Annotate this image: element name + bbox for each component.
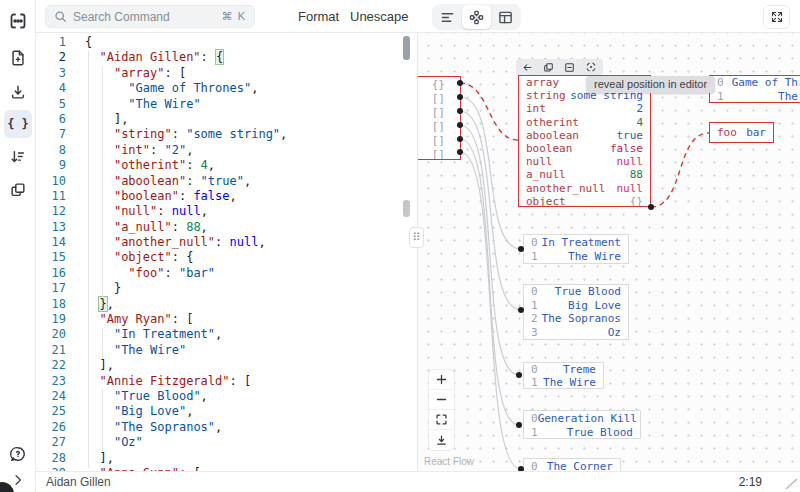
- code-line[interactable]: "boolean": false,: [85, 189, 403, 204]
- code-line[interactable]: "True Blood",: [85, 389, 403, 404]
- code-line[interactable]: ],: [85, 358, 403, 373]
- connection-handle[interactable]: [457, 136, 463, 142]
- search-input[interactable]: [73, 10, 216, 24]
- table-view-tab[interactable]: [491, 5, 520, 29]
- graph-node-array-node[interactable]: 0Game of Thrones1The Wire: [709, 75, 800, 103]
- code-line[interactable]: "The Sopranos",: [85, 420, 403, 435]
- code-line[interactable]: "Annie Fitzgerald": [: [85, 374, 403, 389]
- graph-edge: [460, 111, 521, 310]
- line-number: 1: [36, 35, 66, 50]
- download-image-button[interactable]: [429, 430, 454, 450]
- graph-node-corner-array[interactable]: 0The Corner1: [523, 458, 621, 471]
- cursor-position: 2:19: [739, 475, 762, 489]
- connection-handle[interactable]: [516, 422, 522, 428]
- code-line[interactable]: "The Wire": [85, 343, 403, 358]
- format-button[interactable]: Format: [298, 0, 339, 33]
- code-line[interactable]: "array": [: [85, 66, 403, 81]
- scrollbar-decoration[interactable]: [403, 200, 410, 217]
- line-number: 12: [36, 204, 66, 219]
- code-line[interactable]: "a_null": 88,: [85, 220, 403, 235]
- app-logo-icon[interactable]: [4, 7, 32, 35]
- code-line[interactable]: "object": {: [85, 250, 403, 265]
- focus-node-icon[interactable]: [585, 61, 597, 73]
- fullscreen-button[interactable]: [763, 5, 790, 29]
- zoom-out-button[interactable]: [429, 390, 454, 410]
- connection-handle[interactable]: [457, 94, 463, 100]
- json-view-icon[interactable]: { }: [4, 110, 32, 138]
- node-row: {}: [417, 77, 460, 91]
- duplicate-nodes-icon[interactable]: [4, 176, 32, 204]
- code-line[interactable]: ],: [85, 112, 403, 127]
- indent-guide: [102, 389, 103, 451]
- line-number: 21: [36, 343, 66, 358]
- sort-icon[interactable]: [4, 143, 32, 171]
- code-line[interactable]: "foo": "bar": [85, 266, 403, 281]
- fit-view-button[interactable]: [429, 410, 454, 430]
- graph-node-anna-gunn-array[interactable]: 0Treme1The Wire: [523, 362, 604, 389]
- list-view-tab[interactable]: [433, 5, 462, 29]
- code-line[interactable]: "aboolean": "true",: [85, 174, 403, 189]
- json-path-breadcrumb[interactable]: Aidan Gillen: [46, 475, 111, 489]
- json-editor[interactable]: 1234567891011121314151617181920212223242…: [36, 33, 417, 471]
- panel-resize-handle[interactable]: ⠿: [409, 227, 424, 248]
- code-line[interactable]: "null": null,: [85, 204, 403, 219]
- node-row: another_nullnull: [519, 182, 650, 195]
- graph-edge: [651, 133, 709, 207]
- node-row: 0Game of Thrones: [710, 76, 800, 90]
- zoom-controls: [428, 369, 455, 451]
- code-line[interactable]: "Aidan Gillen": {: [85, 50, 403, 65]
- connection-handle[interactable]: [648, 204, 654, 210]
- code-line[interactable]: "another_null": null,: [85, 235, 403, 250]
- search-command-box[interactable]: ⌘ K: [45, 5, 255, 28]
- connection-handle[interactable]: [457, 108, 463, 114]
- react-flow-attribution[interactable]: React Flow: [424, 456, 474, 467]
- line-number: 23: [36, 374, 66, 389]
- code-line[interactable]: "The Wire": [85, 97, 403, 112]
- code-line[interactable]: "Amy Ryan": [: [85, 312, 403, 327]
- code-line[interactable]: "Game of Thrones",: [85, 81, 403, 96]
- new-file-icon[interactable]: [4, 44, 32, 72]
- graph-node-annie-fitzgerald-array[interactable]: 0True Blood1Big Love2The Sopranos3Oz: [523, 284, 629, 340]
- tooltip: reveal position in editor: [586, 76, 715, 93]
- indent-guide: [88, 51, 89, 468]
- connection-handle[interactable]: [518, 307, 524, 313]
- collapse-node-icon[interactable]: [564, 62, 575, 73]
- connection-handle[interactable]: [457, 80, 463, 86]
- node-row: a_null88: [519, 168, 650, 181]
- graph-node-aidan-gillen-object[interactable]: arraystringsome stringint2otherint4abool…: [518, 75, 651, 207]
- feedback-icon[interactable]: [4, 440, 32, 468]
- unescape-button[interactable]: Unescape: [350, 0, 409, 33]
- graph-node-foo-bar[interactable]: foobar: [709, 122, 774, 143]
- scrollbar-thumb[interactable]: [403, 36, 410, 60]
- line-number: 17: [36, 281, 66, 296]
- download-icon[interactable]: [4, 78, 32, 106]
- connection-handle[interactable]: [518, 246, 524, 252]
- code-line[interactable]: },: [85, 297, 403, 312]
- app-window: { } ⌘ K: [0, 0, 800, 492]
- graph-node-amy-ryan-array[interactable]: 0In Treatment1The Wire: [523, 234, 629, 264]
- graph-node-root[interactable]: {}[][][]rd[][]: [417, 76, 461, 160]
- code-line[interactable]: "Big Love",: [85, 404, 403, 419]
- back-icon[interactable]: [522, 62, 533, 73]
- graph-view-tab[interactable]: [462, 5, 491, 29]
- node-row: 1The Wire: [524, 249, 628, 263]
- editor-gutter: 1234567891011121314151617181920212223242…: [36, 35, 66, 471]
- copy-icon[interactable]: [543, 62, 554, 73]
- code-line[interactable]: {: [85, 35, 403, 50]
- code-line[interactable]: "string": "some string",: [85, 127, 403, 142]
- node-row: int2: [519, 102, 650, 115]
- editor-code[interactable]: { "Aidan Gillen": { "array": [ "Game of …: [85, 35, 403, 471]
- code-line[interactable]: }: [85, 281, 403, 296]
- connection-handle[interactable]: [457, 122, 463, 128]
- zoom-in-button[interactable]: [429, 370, 454, 390]
- graph-node-alexander-array[interactable]: 0Generation Kill1True Blood: [523, 410, 641, 439]
- graph-canvas[interactable]: {}[][][]rd[][]arraystringsome stringint2…: [417, 33, 800, 471]
- code-line[interactable]: "In Treatment",: [85, 327, 403, 342]
- code-line[interactable]: "int": "2",: [85, 143, 403, 158]
- code-line[interactable]: "Oz": [85, 435, 403, 450]
- connection-handle[interactable]: [516, 372, 522, 378]
- code-line[interactable]: ],: [85, 451, 403, 466]
- resize-grip-icon[interactable]: [784, 478, 798, 490]
- code-line[interactable]: "otherint": 4,: [85, 158, 403, 173]
- connection-handle[interactable]: [457, 149, 463, 155]
